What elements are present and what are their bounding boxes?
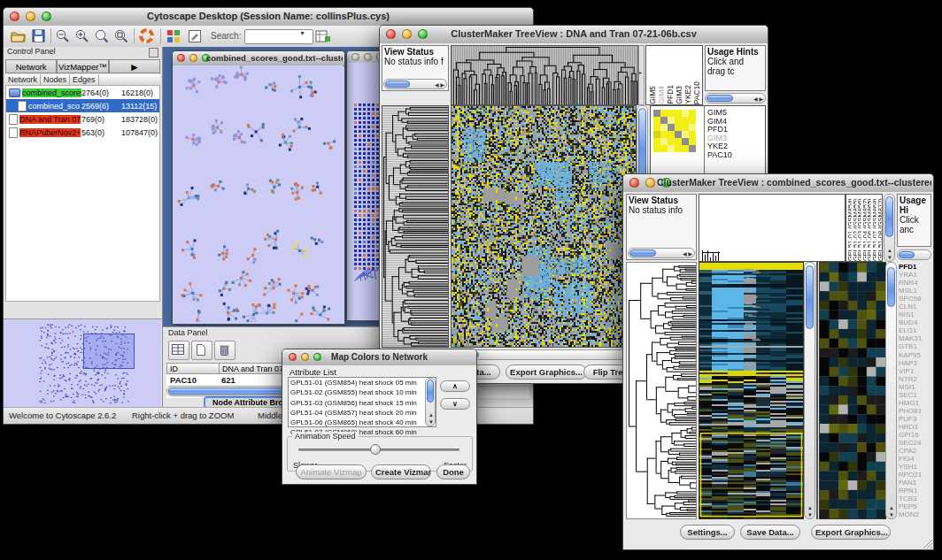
attribute-list-item[interactable]: GPL51-03 (GSM856) heat shock 15 min: [289, 398, 436, 408]
scroll-thumb[interactable]: [887, 267, 895, 307]
tv1-column-label[interactable]: GIM4: [657, 86, 666, 104]
control-panel-tab[interactable]: ▶: [109, 59, 160, 73]
tv2-usage-scrollbar[interactable]: [897, 249, 931, 260]
tv2-column-label[interactable]: GPL51-08 (GSM872): [876, 195, 882, 261]
tv2-gene-label[interactable]: CPA2: [899, 447, 931, 455]
network-table-header-cell[interactable]: Edges: [70, 74, 99, 85]
annotation-icon[interactable]: [188, 29, 202, 43]
scroll-up-arrow[interactable]: ▲: [429, 412, 434, 418]
scroll-arrows[interactable]: ◀ ▶: [683, 251, 692, 257]
tv2-gene-label[interactable]: PEP5: [899, 502, 931, 510]
scroll-up-arrow[interactable]: ▲: [887, 248, 892, 253]
tv2-gene-label[interactable]: YRA1: [899, 271, 931, 279]
tv2-gene-label[interactable]: NIS1: [899, 311, 931, 318]
tv2-gene-label[interactable]: HAP3: [899, 359, 931, 367]
control-panel-tab[interactable]: Network: [5, 59, 57, 73]
network-view-window[interactable]: combined_scores_good.txt--cluste...: [172, 50, 345, 325]
tv2-column-label[interactable]: GPL51-01 (GSM854): [846, 195, 852, 261]
tv2-gene-label[interactable]: MAK31: [899, 334, 931, 342]
float-panel-icon[interactable]: [149, 48, 158, 58]
tv2-gene-label[interactable]: PHO81: [899, 407, 931, 415]
scroll-down-arrow[interactable]: ▼: [429, 419, 434, 425]
tv2-status-scrollbar[interactable]: ◀ ▶: [628, 248, 695, 258]
tv2-gene-label[interactable]: ELG1: [899, 326, 931, 334]
scroll-arrows[interactable]: ◀ ▶: [435, 82, 444, 88]
tv1-column-label[interactable]: GIM3: [675, 86, 683, 104]
move-down-button[interactable]: ∨: [440, 398, 470, 410]
tv1-column-dendrogram-canvas[interactable]: [451, 45, 638, 105]
tv1-gene-label[interactable]: PAC10: [707, 151, 732, 160]
minimize-button[interactable]: [189, 54, 197, 62]
close-button[interactable]: [629, 178, 639, 188]
tv1-column-label[interactable]: GIM5: [648, 86, 657, 104]
birdseye-view[interactable]: [4, 318, 162, 408]
tv1-usage-scrollbar[interactable]: ◀ ▶: [705, 93, 766, 104]
treeview2-titlebar[interactable]: ClusterMaker TreeView : combined_scores_…: [623, 174, 933, 193]
tv2-heatmap-canvas[interactable]: [699, 262, 804, 519]
tv2-top-dendrogram-canvas[interactable]: [699, 194, 845, 262]
dialog-button[interactable]: Animate Vizmap: [296, 464, 367, 479]
tv2-heatmap-vscrollbar[interactable]: ▲ ▼: [804, 262, 815, 519]
attribute-list-item[interactable]: GPL51-06 (GSM865) heat shock 40 min: [289, 418, 436, 427]
tv2-row-dendrogram-canvas[interactable]: [626, 262, 697, 519]
tv2-gene-label[interactable]: YSH1: [899, 463, 931, 471]
tv2-gene-label[interactable]: MON2: [899, 510, 931, 518]
tv2-zoom-heatmap-canvas[interactable]: [819, 262, 886, 519]
zoom-out-icon[interactable]: [56, 29, 70, 43]
scroll-thumb[interactable]: [885, 196, 893, 237]
tv2-gene-label[interactable]: KAP95: [899, 351, 931, 359]
tv2-gene-label[interactable]: GPI16: [899, 431, 931, 439]
close-button[interactable]: [351, 53, 359, 61]
zoom-in-icon[interactable]: [75, 29, 89, 43]
tv2-gene-label[interactable]: FIG4: [899, 455, 931, 463]
scroll-down-arrow[interactable]: ▼: [807, 512, 813, 518]
resize-grip[interactable]: [922, 538, 932, 548]
attribute-list-item[interactable]: GPL51-04 (GSM857) heat shock 20 min: [289, 408, 436, 418]
tv2-gene-label[interactable]: PAN1: [899, 479, 931, 487]
move-up-button[interactable]: ∧: [440, 380, 470, 392]
tv2-gene-label[interactable]: HRD3: [899, 423, 931, 431]
treeview1-titlebar[interactable]: ClusterMaker TreeView : DNA and Tran 07-…: [380, 26, 768, 44]
tv2-action-button[interactable]: Export Graphics...: [811, 525, 891, 540]
scroll-down-arrow[interactable]: ▼: [887, 255, 892, 260]
dialog-button[interactable]: Done: [436, 464, 470, 479]
table-import-icon[interactable]: [315, 29, 330, 43]
open-file-icon[interactable]: [11, 29, 26, 42]
tv2-gene-label[interactable]: RPN1: [899, 487, 931, 495]
network-table-header-cell[interactable]: Network: [5, 74, 41, 85]
network-list-row[interactable]: combined_scores 2764(0) 16218(0): [6, 86, 159, 99]
dialog-button[interactable]: Create Vizmap: [371, 464, 431, 479]
zoom-selected-icon[interactable]: [114, 29, 128, 43]
minimize-button[interactable]: [364, 53, 372, 61]
tv2-gene-label[interactable]: PUF3: [899, 415, 931, 423]
birdseye-canvas[interactable]: [4, 319, 161, 407]
tv2-gene-label[interactable]: TCB3: [899, 495, 931, 502]
tv2-gene-label[interactable]: PFD1: [899, 263, 931, 271]
tv1-status-scrollbar[interactable]: ◀ ▶: [383, 79, 447, 89]
new-attribute-button[interactable]: [191, 341, 212, 360]
tv2-action-button[interactable]: Save Data...: [740, 525, 800, 540]
save-icon[interactable]: [32, 29, 45, 42]
attribute-list-item[interactable]: GPL51-02 (GSM855) heat shock 10 min: [289, 387, 436, 397]
tv2-zoom-vscrollbar[interactable]: ▲ ▼: [885, 262, 897, 519]
tv2-gene-label[interactable]: MSL1: [899, 287, 931, 295]
search-dropdown-arrow[interactable]: ▼: [299, 30, 305, 36]
network-table-header-cell[interactable]: Nodes: [41, 74, 70, 85]
tv2-top-vscrollbar[interactable]: ▲ ▼: [884, 194, 895, 262]
scroll-up-arrow[interactable]: ▲: [889, 505, 894, 510]
attribute-select-button[interactable]: [168, 341, 189, 360]
tv2-gene-label[interactable]: RPO21: [899, 471, 931, 479]
tv2-column-label[interactable]: GPL51-03 (GSM856): [856, 195, 861, 261]
tv1-splitter[interactable]: ▸: [638, 45, 645, 105]
scroll-thumb[interactable]: [638, 108, 646, 183]
scroll-up-arrow[interactable]: ▲: [807, 505, 813, 510]
minimize-button[interactable]: [645, 178, 655, 188]
tv1-action-button[interactable]: Export Graphics...: [506, 364, 587, 380]
tv1-heatmap-canvas[interactable]: [451, 105, 637, 348]
tv2-gene-label[interactable]: SEC1: [899, 391, 931, 399]
tv1-row-dendrogram-canvas[interactable]: [382, 105, 449, 348]
vizmap-icon[interactable]: [166, 29, 181, 43]
scroll-thumb[interactable]: [806, 265, 814, 329]
network-list-row[interactable]: DNA and Tran 07 769(0) 183728(0): [6, 112, 159, 126]
tv2-gene-label[interactable]: SEC24: [899, 439, 931, 447]
